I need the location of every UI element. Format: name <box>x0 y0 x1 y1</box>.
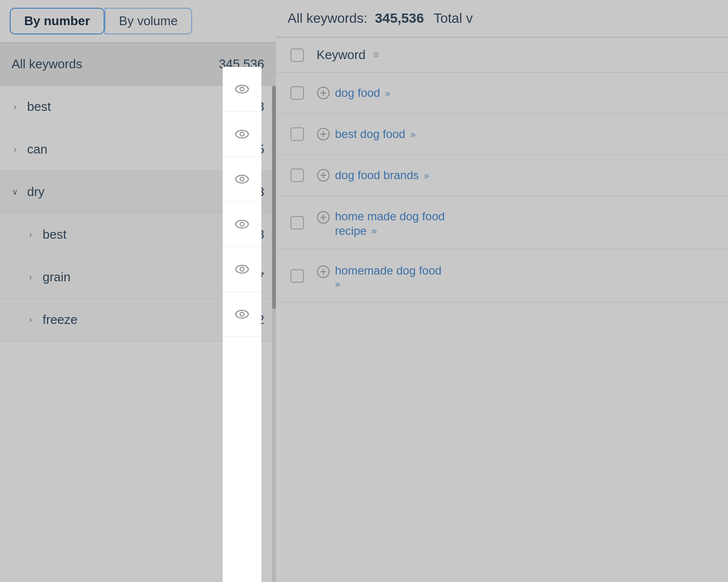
eye-popup-best <box>223 67 261 112</box>
double-chevron-dog-food: » <box>385 88 390 99</box>
right-header-count: 345,536 <box>375 11 424 26</box>
svg-point-6 <box>236 220 248 228</box>
eye-icon-best-child[interactable] <box>234 216 250 232</box>
eye-icon-popup <box>223 67 261 582</box>
row-left-grain: › grain <box>25 270 71 285</box>
checkbox-cell-homemade-dog-food <box>288 269 307 283</box>
plus-circle-homemade-dog-food <box>317 265 330 278</box>
svg-point-3 <box>240 132 244 136</box>
col-keyword-label: Keyword <box>317 47 365 62</box>
scrollbar-thumb[interactable] <box>272 86 276 309</box>
kw-text-homemade-line1: homemade dog food <box>335 264 441 277</box>
chevron-freeze[interactable]: › <box>25 315 36 325</box>
checkbox-cell-home-made-recipe <box>288 216 307 230</box>
row-left-freeze: › freeze <box>25 312 77 327</box>
header-checkbox-cell <box>288 48 307 62</box>
svg-point-11 <box>240 312 244 316</box>
kw-text-home-made-line2: recipe » <box>335 224 445 238</box>
double-chevron-dog-food-brands: » <box>424 170 429 181</box>
row-left-dry: ∨ dry <box>10 184 45 199</box>
kw-multiline-homemade-dog-food: homemade dog food » <box>335 264 441 290</box>
row-left-best-child: › best <box>25 227 66 242</box>
eye-popup-best-child <box>223 202 261 247</box>
eye-popup-can <box>223 112 261 157</box>
right-header-label: All keywords: <box>288 11 367 26</box>
tab-bar: By number By volume <box>0 0 276 42</box>
checkbox-home-made-recipe[interactable] <box>290 216 304 230</box>
kw-text-best-dog-food: best dog food <box>335 127 405 141</box>
plus-circle-best-dog-food <box>317 127 330 141</box>
filter-icon[interactable]: ≡ <box>370 49 382 61</box>
svg-point-7 <box>240 222 244 226</box>
kw-text-dog-food: dog food <box>335 86 380 100</box>
col-keyword-header: Keyword ≡ <box>317 47 382 62</box>
right-header-stat: All keywords: 345,536 <box>288 11 424 26</box>
svg-point-5 <box>240 177 244 181</box>
double-chevron-home-made-recipe: » <box>371 225 377 236</box>
row-left-can: › can <box>10 142 47 157</box>
plus-circle-home-made-recipe <box>317 211 330 224</box>
main-container: By number By volume All keywords 345,536… <box>0 0 728 582</box>
eye-icon-best[interactable] <box>234 81 250 97</box>
plus-circle-dog-food-brands <box>317 168 330 182</box>
right-header: All keywords: 345,536 Total v <box>276 0 728 37</box>
keyword-name-dry: dry <box>27 184 45 199</box>
right-panel: All keywords: 345,536 Total v Keyword ≡ <box>276 0 728 582</box>
kw-link-best-dog-food[interactable]: best dog food » <box>317 127 416 141</box>
kw-text-dog-food-brands: dog food brands <box>335 168 419 182</box>
chevron-can[interactable]: › <box>10 144 20 155</box>
double-chevron-best-dog-food: » <box>410 129 415 140</box>
left-panel: By number By volume All keywords 345,536… <box>0 0 276 582</box>
eye-popup-grain <box>223 247 261 292</box>
kw-link-home-made-recipe[interactable]: home made dog food recipe » <box>317 208 445 238</box>
checkbox-cell-dog-food <box>288 86 307 100</box>
kw-multiline-home-made-recipe: home made dog food recipe » <box>335 210 445 238</box>
svg-point-2 <box>236 130 248 138</box>
eye-icon-can[interactable] <box>234 126 250 142</box>
kw-row-best-dog-food: best dog food » <box>276 114 728 155</box>
svg-point-4 <box>236 175 248 183</box>
keyword-name-can: can <box>27 142 47 157</box>
all-keywords-label: All keywords <box>12 57 82 72</box>
checkbox-homemade-dog-food[interactable] <box>290 269 304 283</box>
right-header-total: Total v <box>434 11 473 26</box>
svg-point-9 <box>240 267 244 271</box>
kw-link-homemade-dog-food[interactable]: homemade dog food » <box>317 262 441 290</box>
kw-link-dog-food-brands[interactable]: dog food brands » <box>317 168 429 182</box>
table-header: Keyword ≡ <box>276 38 728 73</box>
double-chevron-homemade-dog-food: » <box>335 278 441 290</box>
checkbox-best-dog-food[interactable] <box>290 127 304 141</box>
eye-icon-grain[interactable] <box>234 261 250 277</box>
kw-row-dog-food: dog food » <box>276 73 728 114</box>
checkbox-cell-best-dog-food <box>288 127 307 141</box>
chevron-best[interactable]: › <box>10 102 20 112</box>
kw-link-dog-food[interactable]: dog food » <box>317 86 391 100</box>
tab-by-volume[interactable]: By volume <box>105 8 192 34</box>
eye-icon-freeze[interactable] <box>234 306 250 322</box>
svg-point-1 <box>240 87 244 91</box>
chevron-best-child[interactable]: › <box>25 230 36 240</box>
svg-point-10 <box>236 310 248 318</box>
chevron-grain[interactable]: › <box>25 272 36 283</box>
keyword-name-freeze: freeze <box>43 312 77 327</box>
keyword-name-best: best <box>27 99 51 114</box>
tab-by-number[interactable]: By number <box>10 8 105 34</box>
kw-row-dog-food-brands: dog food brands » <box>276 155 728 196</box>
keyword-name-grain: grain <box>43 270 71 285</box>
chevron-dry[interactable]: ∨ <box>10 187 20 198</box>
eye-icon-dry[interactable] <box>234 171 250 187</box>
header-checkbox[interactable] <box>290 48 304 62</box>
svg-point-8 <box>236 265 248 273</box>
svg-point-0 <box>236 85 248 93</box>
kw-row-homemade-dog-food: homemade dog food » <box>276 249 728 303</box>
kw-text-home-made-line1: home made dog food <box>335 210 445 223</box>
scrollbar-track <box>272 86 276 582</box>
checkbox-cell-dog-food-brands <box>288 168 307 182</box>
eye-popup-freeze <box>223 292 261 337</box>
row-left-best: › best <box>10 99 51 114</box>
checkbox-dog-food-brands[interactable] <box>290 168 304 182</box>
plus-circle-dog-food <box>317 86 330 100</box>
checkbox-dog-food[interactable] <box>290 86 304 100</box>
eye-popup-dry <box>223 157 261 202</box>
kw-row-home-made-recipe: home made dog food recipe » <box>276 196 728 249</box>
